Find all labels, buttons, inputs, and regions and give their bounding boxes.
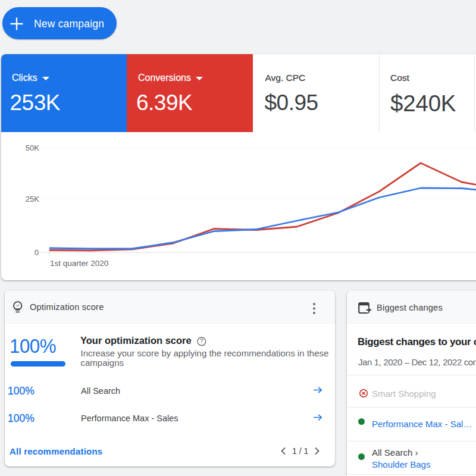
svg-text:50K: 50K [26, 143, 39, 152]
svg-text:1st quarter 2020: 1st quarter 2020 [50, 259, 108, 268]
svg-text:0: 0 [35, 248, 39, 257]
svg-text:?: ? [200, 338, 203, 345]
svg-text:25K: 25K [26, 195, 39, 203]
